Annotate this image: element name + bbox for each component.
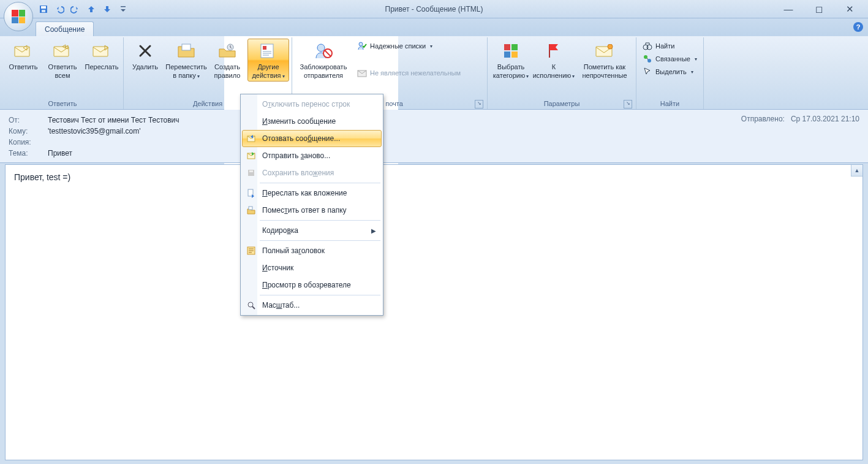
menu-item-fullhdr[interactable]: Полный заголовок [242,242,382,259]
cc-label: Копия: [9,138,48,146]
menu-item-encoding[interactable]: Кодировка▶ [242,222,382,239]
other-actions-button[interactable]: Другие действия▾ [247,39,289,82]
menu-item-wrap: Отключить перенос строк [242,96,382,113]
subject-label: Тема: [9,149,48,158]
follow-up-button[interactable]: К исполнению▾ [533,39,575,82]
svg-rect-28 [249,170,253,172]
forward-icon [92,41,111,61]
svg-point-22 [647,45,652,50]
maximize-button[interactable]: ◻ [813,4,825,15]
group-options: Выбрать категорию▾ К исполнению▾ Пометит… [488,37,636,109]
window-controls: — ◻ ✕ [782,4,856,15]
recall-icon [245,132,257,145]
close-button[interactable]: ✕ [843,4,856,15]
find-button[interactable]: Найти [639,40,701,52]
help-icon[interactable]: ? [853,22,863,32]
office-button[interactable] [4,2,33,31]
scroll-up-button[interactable]: ▲ [851,165,862,177]
group-find-label: Найти [639,99,701,109]
saveatt-icon [245,167,257,179]
to-value: 'testtestovic395@gmail.com' [48,127,141,135]
ribbon-tab-row: Сообщение ? [0,18,868,36]
resend-icon [245,150,257,162]
svg-rect-6 [93,47,108,56]
svg-rect-15 [504,44,510,50]
edit-icon [245,115,257,127]
svg-rect-7 [182,44,191,50]
svg-rect-16 [511,44,518,50]
menu-item-movereply[interactable]: Поместить ответ в папку [242,202,382,219]
svg-rect-3 [121,6,126,7]
block-sender-button[interactable]: Заблокировать отправителя [295,39,352,80]
menu-item-browser[interactable]: Просмотр в обозревателе [242,276,382,294]
reply-button[interactable]: Ответить [4,39,42,72]
mark-unread-icon [595,41,614,61]
menu-item-resend[interactable]: Отправить заново... [242,147,382,164]
menu-separator [260,183,380,183]
message-content[interactable]: Привет, test =) [6,165,862,189]
group-reply-label: Ответить [4,99,121,109]
quick-access-toolbar [37,2,130,16]
other-actions-menu: Отключить перенос строкИзменить сообщени… [240,94,383,316]
tab-message[interactable]: Сообщение [36,21,94,36]
menu-item-fwdatt[interactable]: Переслать как вложение [242,184,382,202]
message-header: Отправлено: Ср 17.03.2021 21:10 От:Тесто… [0,110,868,163]
menu-item-saveatt: Сохранить вложения [242,164,382,181]
minimize-button[interactable]: — [782,4,794,15]
window-title: Привет - Сообщение (HTML) [385,5,483,13]
mark-unread-button[interactable]: Пометить как непрочтенные [576,39,633,80]
flag-icon [544,41,564,61]
prev-item-icon[interactable] [85,2,98,16]
sent-field: Отправлено: Ср 17.03.2021 21:10 [741,115,859,123]
safe-lists-icon [357,41,367,51]
movereply-icon [245,204,257,216]
qat-customize-icon[interactable] [116,2,130,16]
save-icon[interactable] [37,2,50,16]
sent-value: Ср 17.03.2021 21:10 [791,115,859,123]
svg-point-32 [248,302,253,307]
source-icon [245,262,257,274]
categorize-button[interactable]: Выбрать категорию▾ [490,39,532,82]
move-to-folder-button[interactable]: Переместить в папку▾ [165,39,207,82]
menu-item-recall[interactable]: Отозвать сообщение... [242,130,382,147]
menu-item-edit[interactable]: Изменить сообщение [242,113,382,130]
menu-separator [260,240,380,241]
wrap-icon [245,98,257,110]
reply-all-button[interactable]: Ответить всем [43,39,81,80]
subject-value: Привет [48,149,72,158]
redo-icon[interactable] [69,2,82,16]
reply-icon [13,41,33,61]
menu-separator [260,295,380,295]
block-sender-icon [314,41,333,61]
message-body: Привет, test =) ▲ [5,164,863,460]
menu-item-zoom[interactable]: Масштаб... [242,297,382,314]
fullhdr-icon [245,245,257,257]
group-options-label: Параметры↘ [490,99,633,109]
zoom-icon [245,299,257,311]
delete-button[interactable]: Удалить [126,39,164,72]
dialog-launcher-icon[interactable]: ↘ [624,100,632,108]
browser-icon [245,279,257,291]
menu-item-source[interactable]: Источник [242,259,382,276]
encoding-icon [245,224,257,237]
not-junk-icon [357,68,367,78]
svg-rect-1 [41,6,46,9]
svg-rect-10 [263,46,266,50]
svg-point-13 [359,42,363,46]
select-button[interactable]: Выделить▾ [639,66,701,78]
next-item-icon[interactable] [100,2,114,16]
menu-separator [260,220,380,221]
create-rule-button[interactable]: Создать правило [208,39,246,80]
other-actions-icon [259,41,278,61]
categorize-icon [501,41,521,61]
svg-rect-18 [511,51,518,58]
forward-button[interactable]: Переслать [83,39,121,72]
undo-icon[interactable] [53,2,66,16]
dialog-launcher-icon[interactable]: ↘ [475,100,483,108]
svg-rect-17 [504,51,510,58]
folder-move-icon [176,41,196,61]
related-button[interactable]: Связанные▾ [639,53,701,65]
safe-lists-button[interactable]: Надежные списки▾ [353,40,464,52]
svg-rect-30 [249,207,252,210]
submenu-arrow-icon: ▶ [371,227,376,234]
